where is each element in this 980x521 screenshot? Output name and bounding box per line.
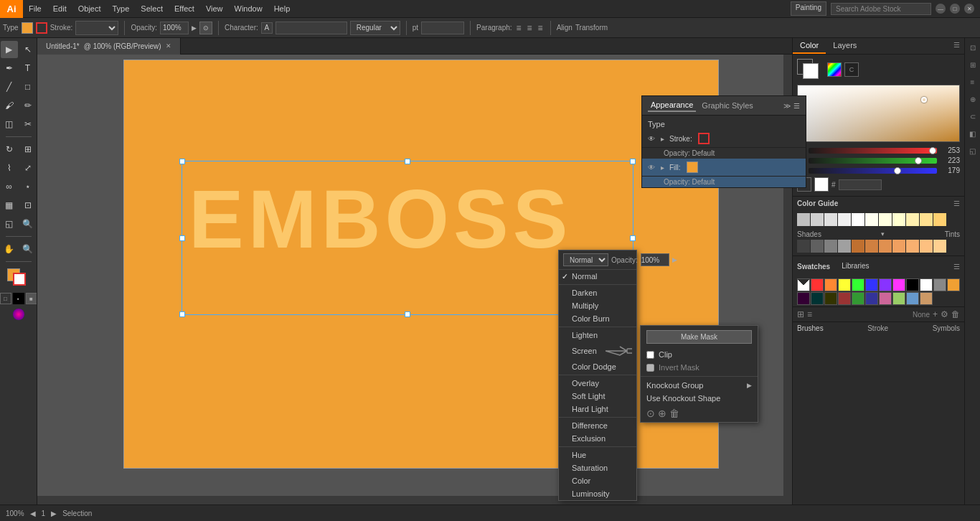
- shade-8[interactable]: [892, 213, 905, 226]
- shade-5[interactable]: [852, 213, 864, 226]
- handle-tr[interactable]: [630, 159, 636, 164]
- tab-close-btn[interactable]: ✕: [166, 38, 171, 55]
- blend-item-normal[interactable]: ✓ Normal: [559, 270, 636, 283]
- swatch-yellow[interactable]: [838, 278, 851, 291]
- warm-6[interactable]: [920, 240, 933, 253]
- shade-9[interactable]: [906, 213, 919, 226]
- stroke-indicator[interactable]: [36, 22, 47, 34]
- normal-mode-btn[interactable]: □: [0, 293, 11, 304]
- column-graph-tool[interactable]: ▦: [1, 197, 18, 214]
- warm-3[interactable]: [879, 240, 892, 253]
- blend-item-luminosity[interactable]: Luminosity: [559, 487, 636, 500]
- red-slider[interactable]: [809, 148, 937, 154]
- graphic-styles-tab[interactable]: Graphic Styles: [696, 100, 759, 111]
- horizontal-scrollbar[interactable]: [37, 496, 783, 504]
- opacity-expand-icon[interactable]: ▶: [672, 256, 677, 263]
- menu-window[interactable]: Window: [229, 0, 268, 18]
- menu-select[interactable]: Select: [135, 0, 169, 18]
- blend-item-soft-light[interactable]: Soft Light: [559, 390, 636, 403]
- cmyk-icon[interactable]: C: [844, 62, 859, 77]
- swatch-lime[interactable]: [892, 292, 905, 305]
- handle-bl[interactable]: [179, 311, 185, 317]
- font-style-select[interactable]: Regular: [350, 21, 400, 35]
- warm-2[interactable]: [865, 240, 878, 253]
- fill-swatch[interactable]: [22, 22, 33, 34]
- align-center-icon[interactable]: ≡: [526, 22, 534, 34]
- color-guide-menu[interactable]: ☰: [953, 200, 960, 207]
- font-size-input[interactable]: 171.2 pt: [421, 22, 464, 34]
- handle-mr[interactable]: [630, 235, 636, 241]
- swatch-darkblue[interactable]: [865, 292, 878, 305]
- menu-help[interactable]: Help: [268, 0, 296, 18]
- transparency-icon[interactable]: ◧: [966, 127, 979, 140]
- swatch-black[interactable]: [906, 278, 919, 291]
- menu-type[interactable]: Type: [107, 0, 136, 18]
- add-swatch-icon[interactable]: +: [933, 309, 938, 319]
- fill-color-swatch[interactable]: [687, 161, 698, 173]
- hand-tool[interactable]: ✋: [1, 240, 18, 258]
- icon-delete[interactable]: 🗑: [669, 408, 679, 419]
- appearance-tab[interactable]: Appearance: [648, 99, 696, 112]
- menu-object[interactable]: Object: [72, 0, 107, 18]
- make-mask-btn[interactable]: Make Mask: [641, 326, 758, 348]
- screen-mode-btn[interactable]: ▪: [13, 293, 24, 304]
- appearance-menu-icon[interactable]: ☰: [793, 102, 800, 110]
- stroke-dropdown[interactable]: [75, 21, 118, 35]
- stroke-eye-icon[interactable]: 👁: [648, 135, 658, 143]
- paintbrush-tool[interactable]: 🖌: [1, 97, 18, 114]
- blend-item-darken[interactable]: Darken: [559, 286, 636, 299]
- shade-11[interactable]: [933, 213, 946, 226]
- mesh-tool[interactable]: ⊡: [19, 197, 37, 214]
- mid-1[interactable]: [824, 240, 837, 253]
- handle-tm[interactable]: [405, 159, 410, 164]
- opacity-input[interactable]: [160, 22, 189, 34]
- full-screen-btn[interactable]: ■: [26, 293, 37, 304]
- dark-1[interactable]: [797, 240, 810, 253]
- swatch-violet[interactable]: [879, 278, 892, 291]
- swatches-grid-icon[interactable]: ⊞: [797, 309, 804, 319]
- color-gradient-picker[interactable]: [797, 85, 960, 142]
- swatch-green[interactable]: [852, 278, 864, 291]
- symbols-tab[interactable]: Symbols: [933, 324, 960, 332]
- stroke-color-swatch[interactable]: [698, 133, 710, 144]
- scissors-tool[interactable]: ✂: [19, 116, 37, 133]
- fill-expand-icon[interactable]: ▸: [661, 164, 666, 172]
- icon-circle[interactable]: ⊙: [646, 408, 655, 419]
- handle-bm[interactable]: [405, 311, 410, 317]
- clip-checkbox[interactable]: [646, 351, 654, 359]
- color-tab[interactable]: Color: [793, 38, 826, 54]
- align-icon[interactable]: ≡: [966, 75, 979, 88]
- menu-file[interactable]: File: [23, 0, 47, 18]
- appearance-expand-icon[interactable]: ≫: [783, 102, 791, 110]
- swatch-darkcyan[interactable]: [811, 292, 824, 305]
- eraser-tool[interactable]: ◫: [1, 116, 18, 133]
- stroke-color-box[interactable]: [13, 273, 26, 286]
- blend-item-multiply[interactable]: Multiply: [559, 299, 636, 312]
- pen-tool[interactable]: ✒: [1, 60, 18, 77]
- handle-ml[interactable]: [179, 235, 185, 241]
- swatches-list-icon[interactable]: ≡: [807, 309, 812, 319]
- swatch-gray[interactable]: [933, 278, 946, 291]
- shades-arrow[interactable]: ▾: [881, 230, 885, 238]
- rect-tool[interactable]: □: [19, 78, 37, 95]
- warm-7[interactable]: [933, 240, 946, 253]
- art-mode-btn[interactable]: [13, 309, 24, 320]
- warm-5[interactable]: [906, 240, 919, 253]
- swatch-orange[interactable]: [824, 278, 837, 291]
- dark-2[interactable]: [811, 240, 824, 253]
- swatch-magenta[interactable]: [892, 278, 905, 291]
- brushes-tab[interactable]: Brushes: [797, 324, 824, 332]
- swatch-darkolive[interactable]: [824, 292, 837, 305]
- rotate-tool[interactable]: ↻: [1, 141, 18, 158]
- direct-select-tool[interactable]: ↖: [19, 41, 37, 58]
- handle-tl[interactable]: [179, 159, 185, 164]
- workspace-selector[interactable]: Painting: [791, 1, 826, 16]
- swatch-darkpurple[interactable]: [797, 292, 810, 305]
- gradient-tool[interactable]: ◱: [1, 215, 18, 233]
- blend-item-saturation[interactable]: Saturation: [559, 461, 636, 474]
- page-nav-prev[interactable]: ◀: [30, 510, 36, 517]
- gradient-panel-icon[interactable]: ◱: [966, 144, 979, 157]
- color-panel-menu[interactable]: ☰: [949, 38, 964, 54]
- transform-icon[interactable]: ⊕: [966, 93, 979, 105]
- knockout-group-row[interactable]: Knockout Group ▶: [641, 379, 758, 392]
